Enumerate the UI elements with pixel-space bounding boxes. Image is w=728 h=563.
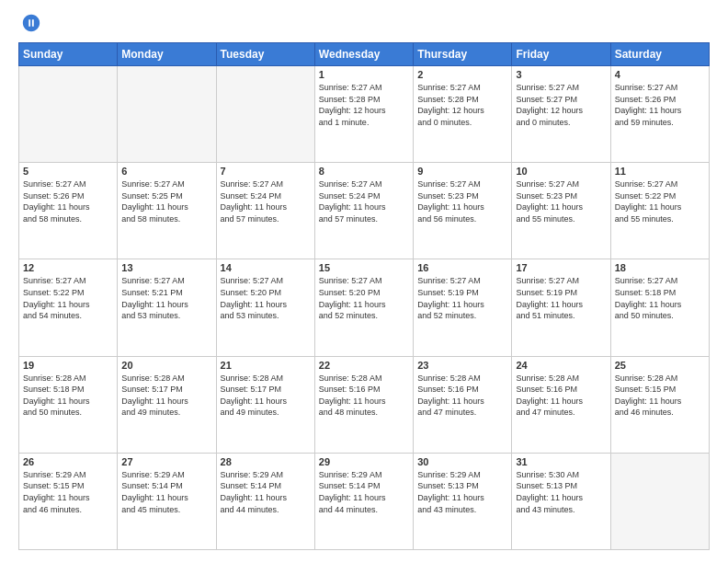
calendar-cell: 16Sunrise: 5:27 AM Sunset: 5:19 PM Dayli…	[414, 259, 512, 356]
calendar-week-row: 19Sunrise: 5:28 AM Sunset: 5:18 PM Dayli…	[19, 356, 710, 453]
day-info: Sunrise: 5:27 AM Sunset: 5:22 PM Dayligh…	[23, 275, 113, 321]
day-info: Sunrise: 5:27 AM Sunset: 5:28 PM Dayligh…	[319, 82, 409, 128]
day-info: Sunrise: 5:27 AM Sunset: 5:20 PM Dayligh…	[319, 275, 409, 321]
day-number: 4	[615, 69, 705, 80]
day-info: Sunrise: 5:29 AM Sunset: 5:14 PM Dayligh…	[319, 469, 409, 515]
day-info: Sunrise: 5:29 AM Sunset: 5:14 PM Dayligh…	[221, 469, 311, 515]
day-number: 28	[221, 456, 311, 467]
day-info: Sunrise: 5:29 AM Sunset: 5:13 PM Dayligh…	[417, 469, 507, 515]
calendar-cell	[118, 66, 216, 163]
calendar-cell: 2Sunrise: 5:27 AM Sunset: 5:28 PM Daylig…	[414, 66, 512, 163]
calendar-week-row: 5Sunrise: 5:27 AM Sunset: 5:26 PM Daylig…	[19, 163, 710, 259]
day-number: 13	[121, 262, 211, 273]
logo-icon	[21, 13, 41, 33]
day-number: 15	[319, 262, 409, 273]
day-info: Sunrise: 5:28 AM Sunset: 5:17 PM Dayligh…	[121, 373, 211, 419]
day-number: 3	[516, 69, 606, 80]
weekday-header: Tuesday	[216, 43, 314, 66]
day-number: 22	[319, 360, 409, 371]
day-info: Sunrise: 5:27 AM Sunset: 5:27 PM Dayligh…	[516, 82, 606, 128]
day-number: 23	[417, 360, 507, 371]
day-number: 24	[516, 360, 606, 371]
header	[18, 17, 710, 33]
day-info: Sunrise: 5:28 AM Sunset: 5:16 PM Dayligh…	[417, 373, 507, 419]
day-number: 14	[221, 262, 311, 273]
calendar-cell: 20Sunrise: 5:28 AM Sunset: 5:17 PM Dayli…	[118, 356, 216, 453]
calendar-cell: 10Sunrise: 5:27 AM Sunset: 5:23 PM Dayli…	[512, 163, 610, 259]
day-info: Sunrise: 5:27 AM Sunset: 5:24 PM Dayligh…	[221, 178, 311, 224]
day-number: 11	[615, 166, 705, 177]
calendar-cell	[216, 66, 314, 163]
day-number: 8	[319, 166, 409, 177]
logo	[18, 20, 41, 33]
calendar-cell: 30Sunrise: 5:29 AM Sunset: 5:13 PM Dayli…	[414, 453, 512, 549]
weekday-header: Monday	[118, 43, 216, 66]
day-number: 20	[121, 360, 211, 371]
day-info: Sunrise: 5:30 AM Sunset: 5:13 PM Dayligh…	[516, 469, 606, 515]
calendar-cell: 3Sunrise: 5:27 AM Sunset: 5:27 PM Daylig…	[512, 66, 610, 163]
weekday-header: Friday	[512, 43, 610, 66]
day-number: 16	[417, 262, 507, 273]
calendar-cell: 5Sunrise: 5:27 AM Sunset: 5:26 PM Daylig…	[19, 163, 118, 259]
calendar-cell: 19Sunrise: 5:28 AM Sunset: 5:18 PM Dayli…	[19, 356, 118, 453]
calendar-cell: 23Sunrise: 5:28 AM Sunset: 5:16 PM Dayli…	[414, 356, 512, 453]
calendar-cell: 17Sunrise: 5:27 AM Sunset: 5:19 PM Dayli…	[512, 259, 610, 356]
day-number: 25	[615, 360, 705, 371]
day-number: 27	[121, 456, 211, 467]
day-number: 6	[121, 166, 211, 177]
calendar-cell: 11Sunrise: 5:27 AM Sunset: 5:22 PM Dayli…	[610, 163, 709, 259]
day-info: Sunrise: 5:27 AM Sunset: 5:26 PM Dayligh…	[23, 178, 113, 224]
day-number: 2	[417, 69, 507, 80]
day-info: Sunrise: 5:27 AM Sunset: 5:25 PM Dayligh…	[121, 178, 211, 224]
calendar-cell: 9Sunrise: 5:27 AM Sunset: 5:23 PM Daylig…	[414, 163, 512, 259]
calendar-cell: 27Sunrise: 5:29 AM Sunset: 5:14 PM Dayli…	[118, 453, 216, 549]
calendar-cell: 26Sunrise: 5:29 AM Sunset: 5:15 PM Dayli…	[19, 453, 118, 549]
day-info: Sunrise: 5:28 AM Sunset: 5:18 PM Dayligh…	[23, 373, 113, 419]
calendar-cell: 15Sunrise: 5:27 AM Sunset: 5:20 PM Dayli…	[314, 259, 413, 356]
calendar-cell: 8Sunrise: 5:27 AM Sunset: 5:24 PM Daylig…	[314, 163, 413, 259]
calendar-week-row: 1Sunrise: 5:27 AM Sunset: 5:28 PM Daylig…	[19, 66, 710, 163]
calendar-cell: 7Sunrise: 5:27 AM Sunset: 5:24 PM Daylig…	[216, 163, 314, 259]
day-info: Sunrise: 5:27 AM Sunset: 5:23 PM Dayligh…	[417, 178, 507, 224]
weekday-header: Wednesday	[314, 43, 413, 66]
day-info: Sunrise: 5:29 AM Sunset: 5:15 PM Dayligh…	[23, 469, 113, 515]
day-number: 30	[417, 456, 507, 467]
day-info: Sunrise: 5:27 AM Sunset: 5:22 PM Dayligh…	[615, 178, 705, 224]
day-info: Sunrise: 5:27 AM Sunset: 5:28 PM Dayligh…	[417, 82, 507, 128]
calendar-table: SundayMondayTuesdayWednesdayThursdayFrid…	[18, 42, 710, 550]
weekday-header: Sunday	[19, 43, 118, 66]
calendar-cell: 21Sunrise: 5:28 AM Sunset: 5:17 PM Dayli…	[216, 356, 314, 453]
calendar-cell: 18Sunrise: 5:27 AM Sunset: 5:18 PM Dayli…	[610, 259, 709, 356]
calendar-cell: 22Sunrise: 5:28 AM Sunset: 5:16 PM Dayli…	[314, 356, 413, 453]
day-number: 21	[221, 360, 311, 371]
weekday-header: Thursday	[414, 43, 512, 66]
calendar-cell: 31Sunrise: 5:30 AM Sunset: 5:13 PM Dayli…	[512, 453, 610, 549]
day-number: 10	[516, 166, 606, 177]
calendar-cell: 14Sunrise: 5:27 AM Sunset: 5:20 PM Dayli…	[216, 259, 314, 356]
day-info: Sunrise: 5:28 AM Sunset: 5:17 PM Dayligh…	[221, 373, 311, 419]
day-number: 18	[615, 262, 705, 273]
calendar-cell: 25Sunrise: 5:28 AM Sunset: 5:15 PM Dayli…	[610, 356, 709, 453]
day-number: 5	[23, 166, 113, 177]
calendar-week-row: 26Sunrise: 5:29 AM Sunset: 5:15 PM Dayli…	[19, 453, 710, 549]
day-info: Sunrise: 5:27 AM Sunset: 5:21 PM Dayligh…	[121, 275, 211, 321]
calendar-cell: 28Sunrise: 5:29 AM Sunset: 5:14 PM Dayli…	[216, 453, 314, 549]
day-info: Sunrise: 5:29 AM Sunset: 5:14 PM Dayligh…	[121, 469, 211, 515]
day-info: Sunrise: 5:27 AM Sunset: 5:24 PM Dayligh…	[319, 178, 409, 224]
day-number: 26	[23, 456, 113, 467]
day-info: Sunrise: 5:28 AM Sunset: 5:16 PM Dayligh…	[319, 373, 409, 419]
day-info: Sunrise: 5:27 AM Sunset: 5:20 PM Dayligh…	[221, 275, 311, 321]
calendar-cell: 12Sunrise: 5:27 AM Sunset: 5:22 PM Dayli…	[19, 259, 118, 356]
calendar-cell: 29Sunrise: 5:29 AM Sunset: 5:14 PM Dayli…	[314, 453, 413, 549]
day-number: 17	[516, 262, 606, 273]
page: SundayMondayTuesdayWednesdayThursdayFrid…	[0, 0, 728, 563]
day-number: 19	[23, 360, 113, 371]
day-number: 7	[221, 166, 311, 177]
day-number: 12	[23, 262, 113, 273]
calendar-cell	[610, 453, 709, 549]
calendar-week-row: 12Sunrise: 5:27 AM Sunset: 5:22 PM Dayli…	[19, 259, 710, 356]
calendar-cell	[19, 66, 118, 163]
day-number: 9	[417, 166, 507, 177]
day-number: 29	[319, 456, 409, 467]
calendar-cell: 6Sunrise: 5:27 AM Sunset: 5:25 PM Daylig…	[118, 163, 216, 259]
